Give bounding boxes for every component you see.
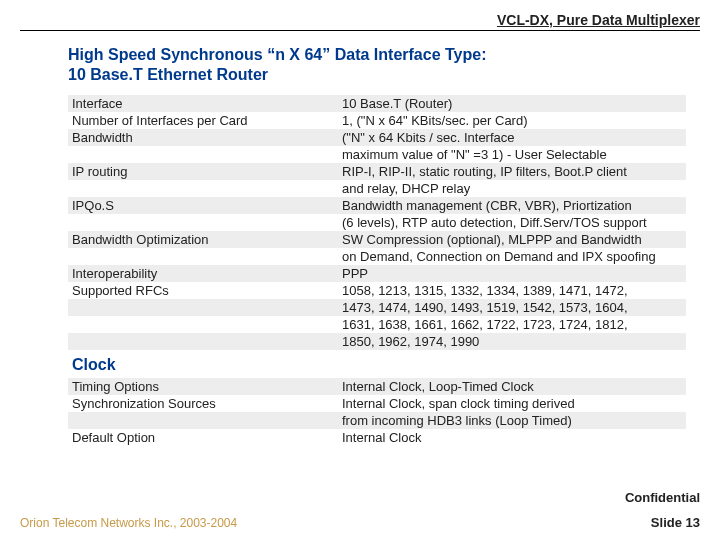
spec-key	[68, 333, 338, 350]
spec-key: Interoperability	[68, 265, 338, 282]
spec-value: 1631, 1638, 1661, 1662, 1722, 1723, 1724…	[338, 316, 686, 333]
spec-value: SW Compression (optional), MLPPP and Ban…	[338, 231, 686, 248]
spec-value: maximum value of "N" =3 1) - User Select…	[338, 146, 686, 163]
table-row: Timing Options Internal Clock, Loop-Time…	[68, 378, 686, 395]
spec-value: PPP	[338, 265, 686, 282]
spec-key	[68, 214, 338, 231]
title-line-1: High Speed Synchronous “n X 64” Data Int…	[68, 46, 486, 63]
footer: Confidential Orion Telecom Networks Inc.…	[20, 490, 700, 530]
spec-value: from incoming HDB3 links (Loop Timed)	[338, 412, 686, 429]
table-row: 1631, 1638, 1661, 1662, 1722, 1723, 1724…	[68, 316, 686, 333]
table-row: and relay, DHCP relay	[68, 180, 686, 197]
spec-key: Bandwidth	[68, 129, 338, 146]
spec-key	[68, 146, 338, 163]
table-row: 1850, 1962, 1974, 1990	[68, 333, 686, 350]
spec-key: Synchronization Sources	[68, 395, 338, 412]
spec-value: 1, ("N x 64" KBits/sec. per Card)	[338, 112, 686, 129]
spec-value: Internal Clock	[338, 429, 686, 446]
spec-key: Default Option	[68, 429, 338, 446]
title-line-2: 10 Base.T Ethernet Router	[68, 66, 268, 83]
table-row: (6 levels), RTP auto detection, Diff.Ser…	[68, 214, 686, 231]
spec-key: Supported RFCs	[68, 282, 338, 299]
section-heading-clock: Clock	[68, 350, 686, 378]
table-row: Interface 10 Base.T (Router)	[68, 95, 686, 112]
spec-key	[68, 248, 338, 265]
table-row: Supported RFCs 1058, 1213, 1315, 1332, 1…	[68, 282, 686, 299]
spec-value: 1058, 1213, 1315, 1332, 1334, 1389, 1471…	[338, 282, 686, 299]
spec-key: Number of Interfaces per Card	[68, 112, 338, 129]
spec-key: Interface	[68, 95, 338, 112]
page-title: High Speed Synchronous “n X 64” Data Int…	[68, 45, 700, 85]
spec-key: IPQo.S	[68, 197, 338, 214]
table-row: IP routing RIP-I, RIP-II, static routing…	[68, 163, 686, 180]
spec-key	[68, 412, 338, 429]
spec-key: IP routing	[68, 163, 338, 180]
spec-value: ("N" x 64 Kbits / sec. Interface	[338, 129, 686, 146]
slide-number: Slide 13	[651, 515, 700, 530]
spec-table: Interface 10 Base.T (Router) Number of I…	[68, 95, 686, 446]
table-row: Interoperability PPP	[68, 265, 686, 282]
spec-key	[68, 180, 338, 197]
table-row: 1473, 1474, 1490, 1493, 1519, 1542, 1573…	[68, 299, 686, 316]
table-row: on Demand, Connection on Demand and IPX …	[68, 248, 686, 265]
spec-value: 1473, 1474, 1490, 1493, 1519, 1542, 1573…	[338, 299, 686, 316]
spec-value: Internal Clock, Loop-Timed Clock	[338, 378, 686, 395]
spec-value: and relay, DHCP relay	[338, 180, 686, 197]
table-row: Bandwidth Optimization SW Compression (o…	[68, 231, 686, 248]
table-row: from incoming HDB3 links (Loop Timed)	[68, 412, 686, 429]
spec-key	[68, 316, 338, 333]
table-row: Number of Interfaces per Card 1, ("N x 6…	[68, 112, 686, 129]
table-row: IPQo.S Bandwidth management (CBR, VBR), …	[68, 197, 686, 214]
doc-header: VCL-DX, Pure Data Multiplexer	[20, 12, 700, 31]
spec-key	[68, 299, 338, 316]
table-row: maximum value of "N" =3 1) - User Select…	[68, 146, 686, 163]
company-label: Orion Telecom Networks Inc., 2003-2004	[20, 516, 237, 530]
table-row: Default Option Internal Clock	[68, 429, 686, 446]
table-row: Bandwidth ("N" x 64 Kbits / sec. Interfa…	[68, 129, 686, 146]
spec-value: 1850, 1962, 1974, 1990	[338, 333, 686, 350]
spec-key: Timing Options	[68, 378, 338, 395]
spec-key: Bandwidth Optimization	[68, 231, 338, 248]
spec-value: 10 Base.T (Router)	[338, 95, 686, 112]
spec-value: Internal Clock, span clock timing derive…	[338, 395, 686, 412]
confidential-label: Confidential	[20, 490, 700, 505]
table-row: Synchronization Sources Internal Clock, …	[68, 395, 686, 412]
spec-value: Bandwidth management (CBR, VBR), Priorti…	[338, 197, 686, 214]
spec-value: on Demand, Connection on Demand and IPX …	[338, 248, 686, 265]
spec-value: RIP-I, RIP-II, static routing, IP filter…	[338, 163, 686, 180]
spec-value: (6 levels), RTP auto detection, Diff.Ser…	[338, 214, 686, 231]
